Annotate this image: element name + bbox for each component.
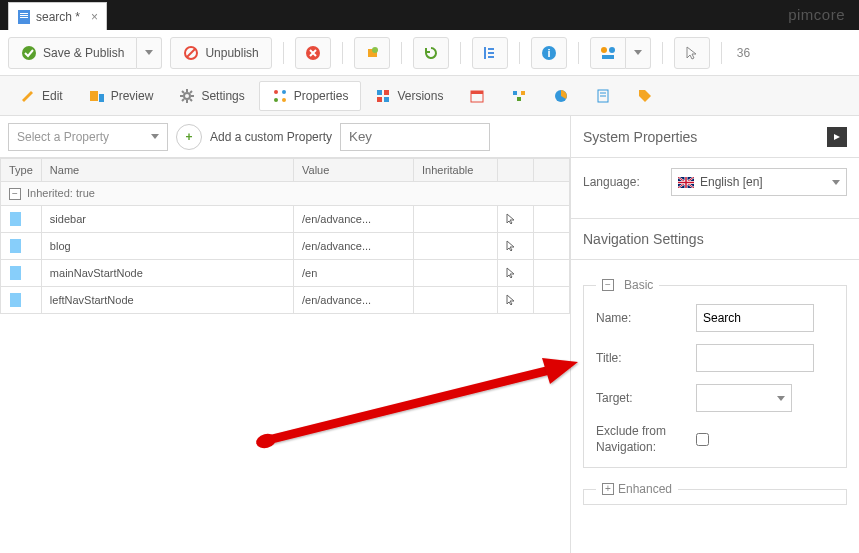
svg-rect-30 bbox=[471, 91, 483, 94]
svg-rect-17 bbox=[602, 55, 614, 59]
svg-rect-28 bbox=[384, 97, 389, 102]
chevron-down-icon bbox=[145, 50, 153, 55]
unpublish-button[interactable]: Unpublish bbox=[170, 37, 271, 69]
table-row[interactable]: sidebar /en/advance... bbox=[1, 206, 570, 233]
open-icon[interactable] bbox=[506, 240, 525, 252]
basic-legend[interactable]: −Basic bbox=[596, 278, 659, 292]
tab-preview[interactable]: Preview bbox=[77, 81, 166, 111]
tab-notes[interactable] bbox=[583, 81, 623, 111]
select-placeholder: Select a Property bbox=[17, 130, 109, 144]
target-select[interactable] bbox=[696, 384, 792, 412]
open-icon[interactable] bbox=[506, 267, 525, 279]
expand-icon[interactable]: + bbox=[602, 483, 614, 495]
save-publish-dropdown[interactable] bbox=[137, 37, 162, 69]
col-inheritable[interactable]: Inheritable bbox=[414, 159, 498, 182]
cell-name: sidebar bbox=[41, 206, 293, 233]
document-icon bbox=[9, 265, 23, 281]
element-count: 36 bbox=[737, 46, 750, 60]
svg-rect-26 bbox=[384, 90, 389, 95]
col-value[interactable]: Value bbox=[294, 159, 414, 182]
chevron-down-icon bbox=[832, 180, 840, 185]
pencil-icon bbox=[20, 88, 36, 104]
add-property-button[interactable]: + bbox=[176, 124, 202, 150]
svg-rect-18 bbox=[90, 91, 98, 101]
svg-point-23 bbox=[274, 98, 278, 102]
enhanced-legend[interactable]: +Enhanced bbox=[596, 482, 678, 496]
share-button[interactable] bbox=[590, 37, 626, 69]
tab-edit[interactable]: Edit bbox=[8, 81, 75, 111]
table-row[interactable]: leftNavStartNode /en/advance... bbox=[1, 287, 570, 314]
svg-rect-19 bbox=[99, 94, 104, 102]
select-property-dropdown[interactable]: Select a Property bbox=[8, 123, 168, 151]
svg-point-22 bbox=[282, 90, 286, 94]
language-select[interactable]: English [en] bbox=[671, 168, 847, 196]
tab-versions[interactable]: Versions bbox=[363, 81, 455, 111]
table-row[interactable]: mainNavStartNode /en bbox=[1, 260, 570, 287]
open-icon[interactable] bbox=[506, 213, 525, 225]
tab-properties[interactable]: Properties bbox=[259, 81, 362, 111]
expand-icon[interactable] bbox=[827, 127, 847, 147]
name-input[interactable] bbox=[696, 304, 814, 332]
tab-settings[interactable]: Settings bbox=[167, 81, 256, 111]
info-button[interactable]: i bbox=[531, 37, 567, 69]
dependencies-icon bbox=[511, 88, 527, 104]
group-row[interactable]: −Inherited: true bbox=[1, 182, 570, 206]
table-row[interactable]: blog /en/advance... bbox=[1, 233, 570, 260]
save-publish-button[interactable]: Save & Publish bbox=[8, 37, 137, 69]
navigation-button[interactable] bbox=[472, 37, 508, 69]
delete-button[interactable] bbox=[295, 37, 331, 69]
add-property-label: Add a custom Property bbox=[210, 130, 332, 144]
right-pane: System Properties Language: English [en]… bbox=[571, 116, 859, 553]
target-label: Target: bbox=[596, 391, 696, 405]
cell-value: /en/advance... bbox=[294, 233, 414, 260]
tab-close-icon[interactable]: × bbox=[91, 10, 98, 24]
cell-name: leftNavStartNode bbox=[41, 287, 293, 314]
tab-label: Settings bbox=[201, 89, 244, 103]
title-input[interactable] bbox=[696, 344, 814, 372]
calendar-icon bbox=[469, 88, 485, 104]
document-tab[interactable]: search * × bbox=[8, 2, 107, 30]
tab-label: Properties bbox=[294, 89, 349, 103]
chevron-down-icon bbox=[634, 50, 642, 55]
col-type[interactable]: Type bbox=[1, 159, 42, 182]
chevron-down-icon bbox=[151, 134, 159, 139]
svg-rect-2 bbox=[20, 15, 28, 16]
reload-button[interactable] bbox=[413, 37, 449, 69]
svg-point-16 bbox=[609, 47, 615, 53]
tab-title: search * bbox=[36, 10, 80, 24]
key-input[interactable] bbox=[340, 123, 490, 151]
col-action2 bbox=[534, 159, 570, 182]
cursor-button[interactable] bbox=[674, 37, 710, 69]
exclude-checkbox[interactable] bbox=[696, 433, 709, 446]
svg-rect-38 bbox=[10, 212, 21, 226]
open-icon[interactable] bbox=[506, 294, 525, 306]
svg-rect-41 bbox=[10, 293, 21, 307]
col-action1 bbox=[498, 159, 534, 182]
svg-rect-10 bbox=[488, 48, 494, 50]
rename-button[interactable] bbox=[354, 37, 390, 69]
collapse-icon[interactable]: − bbox=[9, 188, 21, 200]
svg-rect-32 bbox=[521, 91, 525, 95]
svg-point-21 bbox=[274, 90, 278, 94]
collapse-icon[interactable]: − bbox=[602, 279, 614, 291]
notes-icon bbox=[595, 88, 611, 104]
nav-settings-header: Navigation Settings bbox=[571, 218, 859, 260]
tab-schedule[interactable] bbox=[457, 81, 497, 111]
top-bar: search * × pimcore bbox=[0, 0, 859, 30]
basic-fieldset: −Basic Name: Title: Target: Exclude from… bbox=[583, 278, 847, 468]
share-dropdown[interactable] bbox=[626, 37, 651, 69]
svg-text:i: i bbox=[547, 47, 550, 59]
tab-reports[interactable] bbox=[541, 81, 581, 111]
svg-point-20 bbox=[184, 93, 190, 99]
tab-tags[interactable] bbox=[625, 81, 665, 111]
pie-icon bbox=[553, 88, 569, 104]
col-name[interactable]: Name bbox=[41, 159, 293, 182]
main-toolbar: Save & Publish Unpublish i 36 bbox=[0, 30, 859, 76]
success-icon bbox=[21, 45, 37, 61]
properties-table: Type Name Value Inheritable −Inherited: … bbox=[0, 158, 570, 314]
chevron-down-icon bbox=[777, 396, 785, 401]
svg-rect-3 bbox=[20, 17, 28, 18]
svg-rect-33 bbox=[517, 97, 521, 101]
tab-label: Versions bbox=[397, 89, 443, 103]
tab-dependencies[interactable] bbox=[499, 81, 539, 111]
